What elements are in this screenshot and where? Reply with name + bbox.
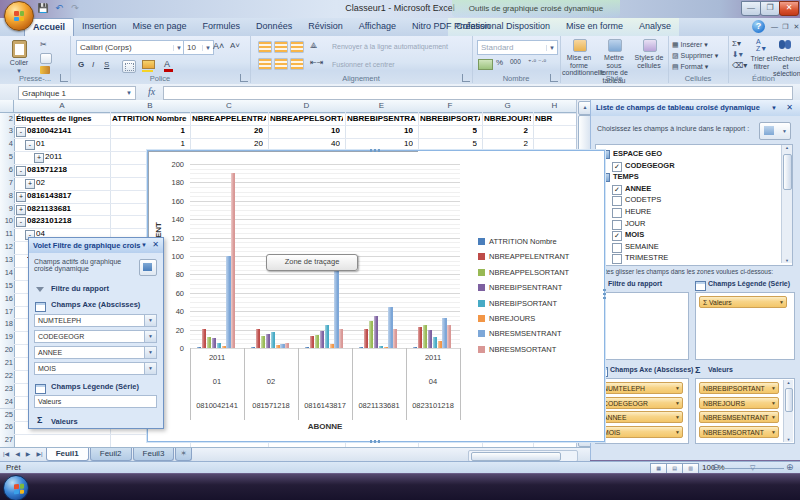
wrap-text-button[interactable]: Renvoyer à la ligne automatiquement	[332, 43, 468, 51]
align-middle-icon[interactable]	[274, 41, 288, 53]
row-header-22[interactable]: 22	[0, 370, 15, 384]
field-tree-item-CODEGEOGR[interactable]: ✓CODEGEOGR	[596, 161, 792, 173]
tab-affichage[interactable]: Affichage	[351, 18, 404, 36]
borders-icon[interactable]	[122, 60, 136, 73]
copy-icon[interactable]	[40, 53, 52, 64]
name-box[interactable]: Graphique 1▼	[18, 86, 136, 100]
tab-donn-es[interactable]: Données	[248, 18, 300, 36]
tab-r-vision[interactable]: Révision	[300, 18, 351, 36]
row-label-0823101218[interactable]: 0823101218	[27, 215, 107, 228]
row-header-10[interactable]: 10	[0, 215, 15, 229]
field-tree-item-ANNEE[interactable]: ✓ANNEE	[596, 184, 792, 196]
row-label-0810042141[interactable]: 0810042141	[27, 125, 107, 138]
underline-button[interactable]: S	[104, 60, 109, 69]
field-checkbox-MOIS[interactable]: ✓	[612, 231, 622, 241]
insert-sheet-tab[interactable]: ✶	[175, 448, 192, 461]
align-center-icon[interactable]	[274, 58, 288, 70]
row-header-24[interactable]: 24	[0, 396, 15, 410]
row-label-0821133681[interactable]: 0821133681	[27, 203, 107, 216]
expand-toggle-0823101218[interactable]: -	[16, 217, 26, 227]
column-header-H[interactable]: H	[533, 100, 576, 113]
redo-icon[interactable]: ↷	[68, 2, 82, 15]
clear-icon[interactable]: ⌫▾	[732, 61, 747, 70]
field-list-close-icon[interactable]: ✕	[786, 103, 793, 112]
values-zone[interactable]: NBREBIPSORTANT▼NBREJOURS▼NBRESMSENTRANT▼…	[695, 378, 795, 444]
expand-toggle-0816143817[interactable]: +	[16, 192, 26, 202]
indent-icons[interactable]: ⇤⇥	[310, 58, 323, 67]
row-label-081571218[interactable]: 081571218	[27, 164, 107, 177]
currency-icon[interactable]	[478, 59, 493, 70]
decimal-icons[interactable]: ⁺·⁰ ⁻·⁰	[528, 58, 546, 66]
expand-toggle-0810042141[interactable]: -	[16, 127, 26, 137]
report-filter-zone[interactable]	[595, 292, 689, 360]
row-label-02[interactable]: 02	[36, 177, 116, 190]
fill-color-icon[interactable]	[142, 60, 155, 71]
chart-handle-right[interactable]	[603, 289, 606, 301]
field-tree-item-SEMAINE[interactable]: SEMAINE	[596, 242, 792, 254]
orientation-icon[interactable]: ⟁	[310, 41, 317, 51]
zone-item-Σ Valeurs[interactable]: Σ Valeurs▼	[699, 296, 787, 308]
field-checkbox-CODEGEOGR[interactable]: ✓	[612, 162, 622, 172]
sheet-tab-feuil3[interactable]: Feuil3	[133, 448, 175, 461]
row-header-2[interactable]: 2	[0, 113, 15, 127]
field-tree-item-TEMPS[interactable]: TEMPS	[596, 172, 792, 184]
field-checkbox-TRIMESTRE[interactable]	[612, 254, 622, 264]
filter-pane-menu-icon[interactable]: ▼	[141, 242, 147, 248]
format-cells-button[interactable]: ▤ Format ▾	[672, 63, 724, 71]
pivot-chart[interactable]: COMPORTEMENT ABONNE 02040608010012014016…	[147, 150, 605, 442]
format-painter-icon[interactable]	[40, 66, 50, 74]
first-sheet-icon[interactable]: |◀	[0, 448, 12, 461]
axis-field-ANNEE[interactable]: ANNEE▼	[34, 346, 157, 359]
zone-item-NBRESMSENTRANT[interactable]: NBRESMSENTRANT▼	[699, 411, 779, 423]
axis-zone[interactable]: NUMTELEPH▼CODEGEOGR▼ANNEE▼MOIS▼	[595, 378, 689, 444]
tree-scroll-thumb[interactable]	[783, 154, 792, 190]
save-icon[interactable]: 💾	[36, 2, 50, 15]
row-header-27[interactable]: 27	[0, 434, 15, 447]
row-header-18[interactable]: 18	[0, 318, 15, 332]
tab-mise-en-forme[interactable]: Mise en forme	[558, 18, 631, 36]
row-header-3[interactable]: 3	[0, 125, 15, 139]
font-color-icon[interactable]: A	[164, 59, 173, 72]
bold-button[interactable]: G	[78, 60, 84, 69]
pivotchart-filter-pane[interactable]: Volet Filtre de graphique crois ▼ ✕ Cham…	[28, 237, 164, 429]
axis-field-MOIS[interactable]: MOIS▼	[34, 362, 157, 375]
row-header-11[interactable]: 11	[0, 228, 15, 242]
zone-item-NUMTELEPH[interactable]: NUMTELEPH▼	[599, 382, 683, 394]
axis-field-CODEGEOGR[interactable]: CODEGEOGR▼	[34, 330, 157, 343]
field-tree-item-ESPACE GEO[interactable]: ESPACE GEO	[596, 149, 792, 161]
zone-item-NBREJOURS[interactable]: NBREJOURS▼	[699, 397, 779, 409]
column-header-E[interactable]: E	[345, 100, 419, 113]
fill-icon[interactable]: ⬇▾	[732, 50, 743, 59]
field-list-menu-icon[interactable]: ▼	[771, 105, 777, 111]
zoom-slider-thumb[interactable]: ▽	[750, 464, 755, 472]
column-header-G[interactable]: G	[482, 100, 534, 113]
axis-field-NUMTELEPH[interactable]: NUMTELEPH▼	[34, 314, 157, 327]
expand-toggle-01[interactable]: -	[25, 140, 35, 150]
minimize-button[interactable]: —	[741, 1, 761, 16]
row-header-17[interactable]: 17	[0, 306, 15, 320]
column-header-F[interactable]: F	[418, 100, 483, 113]
align-right-icon[interactable]	[290, 58, 304, 70]
expand-toggle-02[interactable]: +	[25, 179, 35, 189]
autosum-icon[interactable]: Σ▾	[732, 39, 741, 48]
tree-scrollbar[interactable]: ▲▼	[781, 145, 792, 263]
field-tree[interactable]: ESPACE GEO✓CODEGEOGRTEMPS✓ANNEECODETPSHE…	[595, 144, 793, 266]
legend-field-Valeurs[interactable]: Valeurs	[34, 395, 157, 408]
column-header-A[interactable]: A	[14, 100, 111, 113]
font-dialog-launcher[interactable]	[240, 74, 248, 82]
office-button[interactable]	[4, 1, 34, 31]
field-list-title[interactable]: Liste de champs de tableau croisé dynami…	[591, 100, 800, 116]
delete-cells-button[interactable]: ▨ Supprimer ▾	[672, 52, 724, 60]
field-checkbox-ANNEE[interactable]: ✓	[612, 185, 622, 195]
number-dialog-launcher[interactable]	[550, 74, 558, 82]
column-header-D[interactable]: D	[268, 100, 346, 113]
row-header-9[interactable]: 9	[0, 203, 15, 217]
font-name-select[interactable]: Calibri (Corps)▼	[76, 40, 185, 55]
clipboard-dialog-launcher[interactable]	[60, 74, 68, 82]
shrink-font-icon[interactable]: A˅	[230, 41, 240, 50]
formula-input[interactable]	[163, 86, 793, 100]
tree-scroll-up-icon[interactable]: ▲	[782, 145, 792, 150]
window-close-icon[interactable]: ✕	[790, 22, 800, 33]
row-label-2011[interactable]: 2011	[45, 151, 125, 164]
legend-zone[interactable]: Σ Valeurs▼	[695, 292, 795, 360]
